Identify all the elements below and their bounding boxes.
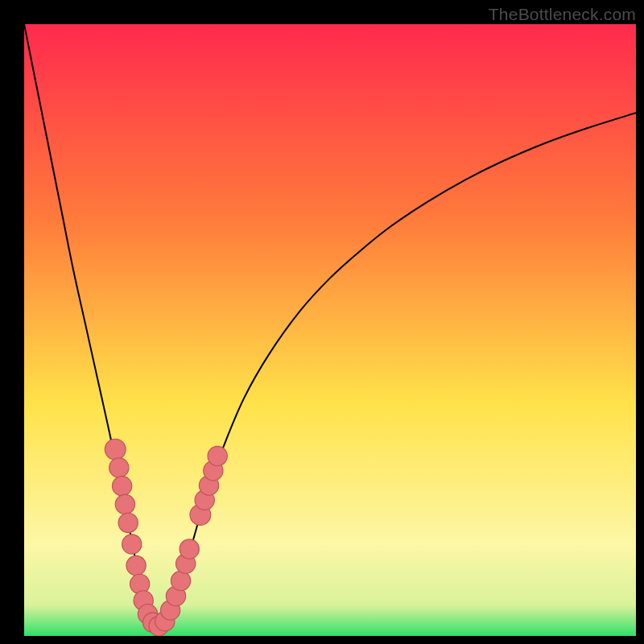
chart-svg (24, 24, 636, 636)
data-marker (171, 571, 190, 590)
data-marker (122, 535, 142, 554)
data-marker (208, 446, 227, 465)
data-marker (112, 477, 131, 496)
data-marker (105, 439, 126, 460)
data-marker (109, 458, 129, 477)
watermark-text: TheBottleneck.com (489, 5, 636, 24)
gradient-background (24, 24, 636, 636)
data-marker (126, 555, 146, 575)
data-marker (180, 539, 199, 559)
data-marker (115, 494, 134, 514)
plot-area (24, 24, 636, 636)
chart-frame: TheBottleneck.com (0, 0, 644, 644)
data-marker (118, 513, 138, 532)
